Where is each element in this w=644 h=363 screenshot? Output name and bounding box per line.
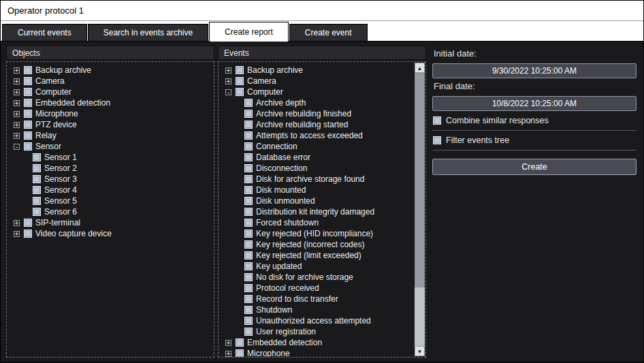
events-tree-node[interactable]: +Embedded detection: [220, 337, 415, 348]
events-tree-node[interactable]: +Camera: [220, 76, 415, 86]
unchecked-checkbox[interactable]: [33, 153, 41, 161]
expand-icon[interactable]: +: [14, 111, 20, 117]
events-scrollbar[interactable]: ▲ ▼: [415, 63, 425, 356]
unchecked-checkbox[interactable]: [24, 66, 32, 74]
expand-icon[interactable]: +: [225, 67, 231, 74]
unchecked-checkbox[interactable]: [244, 328, 253, 336]
objects-tree-child-node[interactable]: Sensor 3: [8, 174, 214, 185]
events-tree-node[interactable]: -Computer: [220, 86, 415, 97]
objects-tree-node[interactable]: -Sensor: [8, 141, 214, 152]
unchecked-checkbox[interactable]: [244, 306, 253, 314]
collapse-icon[interactable]: -: [225, 89, 231, 95]
unchecked-checkbox[interactable]: [244, 262, 253, 270]
unchecked-checkbox[interactable]: [24, 142, 32, 151]
objects-tree-node[interactable]: +Microphone: [8, 108, 214, 119]
unchecked-checkbox[interactable]: [24, 88, 32, 96]
collapse-icon[interactable]: -: [14, 144, 20, 150]
events-tree-child-node[interactable]: Shutdown: [220, 304, 415, 315]
objects-tree-node[interactable]: +Computer: [8, 86, 214, 97]
tab-search-in-events-archive[interactable]: Search in events archive: [88, 24, 208, 41]
expand-icon[interactable]: +: [14, 89, 20, 95]
unchecked-checkbox[interactable]: [24, 219, 32, 227]
scroll-down-icon[interactable]: ▼: [415, 346, 425, 356]
unchecked-checkbox[interactable]: [24, 131, 32, 140]
unchecked-checkbox[interactable]: [33, 186, 41, 194]
objects-tree-child-node[interactable]: Sensor 1: [8, 152, 214, 163]
unchecked-checkbox[interactable]: [236, 349, 244, 358]
unchecked-checkbox[interactable]: [24, 77, 32, 85]
unchecked-checkbox[interactable]: [244, 197, 253, 205]
events-tree-child-node[interactable]: Protocol received: [220, 283, 415, 294]
unchecked-checkbox[interactable]: [244, 110, 253, 118]
events-tree-child-node[interactable]: Unauthorized access attempted: [220, 315, 415, 326]
unchecked-checkbox[interactable]: [244, 121, 253, 129]
expand-icon[interactable]: +: [14, 100, 20, 106]
expand-icon[interactable]: +: [14, 122, 20, 128]
unchecked-checkbox[interactable]: [244, 153, 253, 161]
unchecked-checkbox[interactable]: [33, 175, 41, 183]
events-tree-child-node[interactable]: Archive rebuilding started: [220, 119, 415, 130]
objects-tree-node[interactable]: +Relay: [8, 130, 214, 141]
unchecked-checkbox[interactable]: [244, 99, 253, 107]
events-tree-child-node[interactable]: Connection: [220, 141, 415, 152]
events-tree-child-node[interactable]: No disk for archive storage: [220, 272, 415, 283]
scrollbar-thumb[interactable]: [415, 73, 425, 287]
objects-tree-node[interactable]: +Video capture device: [8, 228, 214, 239]
unchecked-checkbox[interactable]: [244, 164, 253, 172]
expand-icon[interactable]: +: [225, 340, 231, 346]
tab-current-events[interactable]: Current events: [2, 24, 87, 41]
unchecked-checkbox[interactable]: [24, 121, 32, 129]
filter-events-tree-checkbox[interactable]: [433, 136, 441, 144]
objects-tree-node[interactable]: +Backup archive: [8, 65, 214, 76]
unchecked-checkbox[interactable]: [33, 208, 41, 216]
initial-date-field[interactable]: 9/30/2022 10:25:00 AM: [432, 63, 637, 78]
events-tree-child-node[interactable]: Key rejected (incorrect codes): [220, 239, 415, 250]
unchecked-checkbox[interactable]: [244, 240, 253, 249]
events-tree-child-node[interactable]: Disk for archive storage found: [220, 174, 415, 185]
expand-icon[interactable]: +: [14, 78, 20, 84]
objects-tree-node[interactable]: +PTZ device: [8, 119, 214, 130]
filter-events-tree-option[interactable]: Filter events tree: [432, 131, 637, 151]
expand-icon[interactable]: +: [14, 220, 20, 226]
expand-icon[interactable]: +: [14, 231, 20, 237]
objects-tree-child-node[interactable]: Sensor 2: [8, 163, 214, 174]
unchecked-checkbox[interactable]: [244, 284, 253, 292]
objects-tree-node[interactable]: +Camera: [8, 76, 214, 86]
events-tree-child-node[interactable]: Key updated: [220, 261, 415, 272]
events-tree-child-node[interactable]: User registration: [220, 326, 415, 337]
events-tree-child-node[interactable]: Disk unmounted: [220, 195, 415, 206]
unchecked-checkbox[interactable]: [33, 164, 41, 172]
events-tree-child-node[interactable]: Distribution kit integrity damaged: [220, 206, 415, 217]
unchecked-checkbox[interactable]: [236, 77, 244, 85]
create-button[interactable]: Create: [432, 159, 637, 175]
unchecked-checkbox[interactable]: [244, 230, 253, 238]
expand-icon[interactable]: +: [14, 67, 20, 74]
events-tree-child-node[interactable]: Database error: [220, 152, 415, 163]
unchecked-checkbox[interactable]: [24, 110, 32, 118]
objects-tree-node[interactable]: +SIP-terminal: [8, 217, 214, 228]
events-tree-child-node[interactable]: Archive depth: [220, 97, 415, 108]
events-tree-child-node[interactable]: Disconnection: [220, 163, 415, 174]
unchecked-checkbox[interactable]: [244, 186, 253, 194]
expand-icon[interactable]: +: [225, 78, 231, 84]
objects-tree-child-node[interactable]: Sensor 4: [8, 185, 214, 195]
tab-create-event[interactable]: Create event: [289, 24, 368, 41]
unchecked-checkbox[interactable]: [236, 66, 244, 74]
scroll-up-icon[interactable]: ▲: [415, 63, 425, 73]
events-tree-child-node[interactable]: Forced shutdown: [220, 217, 415, 228]
unchecked-checkbox[interactable]: [24, 99, 32, 107]
events-tree-node[interactable]: +Backup archive: [220, 65, 415, 76]
unchecked-checkbox[interactable]: [244, 131, 253, 140]
unchecked-checkbox[interactable]: [244, 251, 253, 259]
unchecked-checkbox[interactable]: [244, 317, 253, 325]
unchecked-checkbox[interactable]: [244, 142, 253, 151]
events-tree-child-node[interactable]: Disk mounted: [220, 185, 415, 195]
objects-tree-child-node[interactable]: Sensor 6: [8, 206, 214, 217]
combine-similar-responses-checkbox[interactable]: [433, 116, 441, 125]
final-date-field[interactable]: 10/8/2022 10:25:00 AM: [432, 96, 637, 111]
events-tree-child-node[interactable]: Record to disc transfer: [220, 294, 415, 304]
unchecked-checkbox[interactable]: [244, 208, 253, 216]
expand-icon[interactable]: +: [14, 133, 20, 139]
tab-create-report[interactable]: Create report: [209, 22, 289, 42]
expand-icon[interactable]: +: [225, 351, 231, 357]
